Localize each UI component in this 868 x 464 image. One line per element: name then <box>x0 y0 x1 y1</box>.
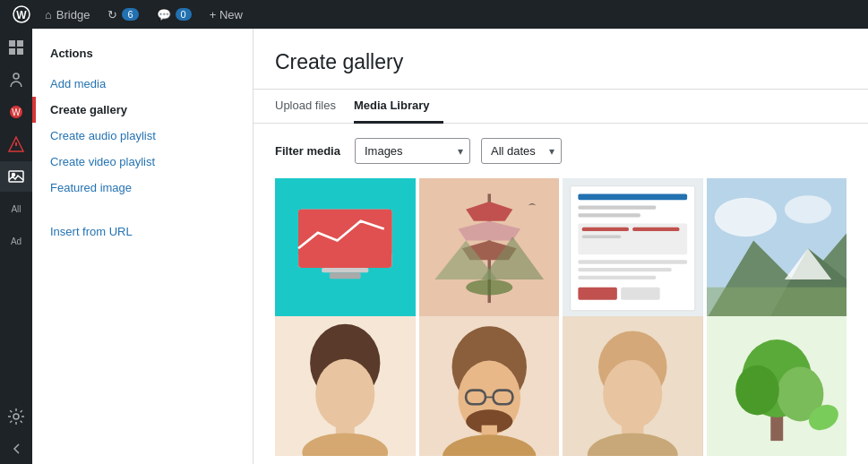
sidebar-dark: W All Ad <box>0 29 32 464</box>
svg-rect-38 <box>578 268 671 271</box>
svg-rect-35 <box>632 228 679 231</box>
sidebar-item-add-media[interactable]: Add media <box>32 71 253 97</box>
svg-rect-17 <box>322 268 368 272</box>
image-thumb-3[interactable] <box>563 178 703 319</box>
svg-rect-34 <box>582 228 629 231</box>
filter-area: Filter media Images All media items Audi… <box>254 124 868 178</box>
date-filter-select[interactable]: All dates 2024 2023 <box>481 138 562 164</box>
new-item[interactable]: + New <box>201 0 252 29</box>
svg-point-47 <box>714 198 777 236</box>
svg-rect-4 <box>9 48 15 55</box>
svg-point-6 <box>13 73 19 79</box>
image-grid <box>254 178 868 464</box>
image-thumb-2[interactable] <box>419 178 560 319</box>
svg-rect-41 <box>621 288 659 300</box>
svg-text:W: W <box>12 107 21 117</box>
svg-point-48 <box>784 195 830 223</box>
image-thumb-1[interactable] <box>275 178 416 319</box>
actions-title: Actions <box>32 47 253 71</box>
tab-media-library[interactable]: Media Library <box>354 90 444 124</box>
svg-rect-39 <box>578 276 656 279</box>
sidebar-item-create-gallery[interactable]: Create gallery <box>32 97 253 123</box>
sidebar-item-featured-image[interactable]: Featured image <box>32 175 253 201</box>
updates-item[interactable]: ↻ 6 <box>99 0 147 29</box>
comments-item[interactable]: 💬 0 <box>148 0 201 29</box>
svg-text:W: W <box>16 9 27 21</box>
svg-rect-36 <box>582 235 621 237</box>
svg-rect-32 <box>578 213 640 217</box>
sidebar-icon-red1[interactable]: W <box>0 97 32 127</box>
svg-point-72 <box>735 365 779 415</box>
type-filter-wrapper: Images All media items Audio Video <box>355 138 470 164</box>
sidebar-icon-settings[interactable] <box>0 401 32 432</box>
image-thumb-7[interactable] <box>563 316 703 457</box>
svg-rect-37 <box>578 260 687 263</box>
comment-icon: 💬 <box>157 8 171 21</box>
main-layout: W All Ad Actions Add media Create galler… <box>0 29 868 464</box>
sidebar-icon-red2[interactable] <box>0 129 32 159</box>
image-thumb-8[interactable] <box>707 316 847 457</box>
svg-point-65 <box>603 359 662 428</box>
svg-rect-31 <box>578 205 656 209</box>
content-area: Create gallery Upload files Media Librar… <box>254 29 868 464</box>
svg-point-51 <box>315 358 374 428</box>
svg-rect-5 <box>17 48 23 55</box>
svg-rect-30 <box>578 193 687 200</box>
sidebar-icon-dashboard[interactable] <box>0 32 32 63</box>
svg-rect-18 <box>330 272 361 279</box>
update-icon: ↻ <box>107 8 117 21</box>
admin-bar: W ⌂ Bridge ↻ 6 💬 0 + New <box>0 0 868 29</box>
site-name[interactable]: ⌂ Bridge <box>36 0 99 29</box>
image-thumb-5[interactable] <box>275 316 416 457</box>
sidebar-item-insert-from-url[interactable]: Insert from URL <box>32 219 253 245</box>
sidebar-text-all[interactable]: All <box>0 193 32 224</box>
tab-upload-files[interactable]: Upload files <box>275 90 350 124</box>
sidebar-item-create-audio-playlist[interactable]: Create audio playlist <box>32 123 253 149</box>
sidebar-item-create-video-playlist[interactable]: Create video playlist <box>32 149 253 175</box>
svg-rect-10 <box>9 171 23 182</box>
svg-rect-40 <box>578 288 616 300</box>
modal-header: Create gallery <box>254 29 868 90</box>
date-filter-wrapper: All dates 2024 2023 <box>481 138 562 164</box>
sidebar-text-add[interactable]: Ad <box>0 226 32 256</box>
sidebar-icon-posts[interactable] <box>0 64 32 95</box>
tabs-bar: Upload files Media Library <box>254 90 868 124</box>
type-filter-select[interactable]: Images All media items Audio Video <box>355 138 470 164</box>
home-icon: ⌂ <box>45 8 52 21</box>
svg-point-24 <box>466 279 512 295</box>
svg-rect-46 <box>707 288 847 319</box>
wp-logo[interactable]: W <box>7 0 36 29</box>
image-thumb-6[interactable] <box>419 316 560 457</box>
modal-title: Create gallery <box>275 50 847 74</box>
svg-rect-3 <box>17 40 23 47</box>
image-thumb-4[interactable] <box>707 178 847 319</box>
sidebar-icon-collapse[interactable] <box>0 434 32 464</box>
svg-rect-2 <box>9 40 15 47</box>
svg-point-12 <box>13 414 19 419</box>
actions-sidebar: Actions Add media Create gallery Create … <box>32 29 254 464</box>
sidebar-icon-media[interactable] <box>0 161 32 192</box>
filter-label: Filter media <box>275 144 340 158</box>
